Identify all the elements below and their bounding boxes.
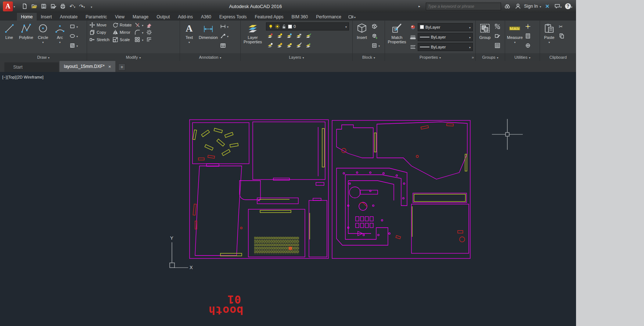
communication-center-button[interactable] bbox=[554, 2, 562, 11]
tab-featured-apps[interactable]: Featured Apps bbox=[251, 13, 288, 21]
cut-button[interactable]: ✂ bbox=[559, 23, 565, 30]
save-button[interactable] bbox=[39, 2, 48, 11]
linetype-icon[interactable] bbox=[410, 44, 416, 50]
offset-button[interactable] bbox=[146, 37, 152, 43]
layer-off-icon[interactable] bbox=[267, 33, 273, 39]
circle-flyout-arrow[interactable] bbox=[42, 40, 44, 44]
panel-label-annotation[interactable]: Annotation bbox=[180, 53, 240, 61]
fillet-button[interactable] bbox=[134, 29, 143, 35]
help-button[interactable]: ? bbox=[564, 2, 573, 11]
line-button[interactable]: Line bbox=[1, 21, 17, 40]
panel-label-groups[interactable]: Groups bbox=[476, 53, 505, 61]
tab-performance[interactable]: Performance bbox=[312, 13, 345, 21]
application-menu-arrow[interactable] bbox=[14, 4, 15, 9]
explode-button[interactable] bbox=[146, 29, 152, 35]
help-arrow[interactable] bbox=[571, 3, 572, 9]
perforation-grid[interactable] bbox=[254, 237, 299, 254]
paste-flyout-arrow[interactable] bbox=[548, 40, 550, 44]
tab-manage[interactable]: Manage bbox=[129, 13, 152, 21]
redo-button[interactable]: ↷ bbox=[78, 2, 86, 11]
lineweight-combo-arrow[interactable] bbox=[469, 35, 471, 39]
panel-label-block[interactable]: Block bbox=[353, 53, 385, 61]
scale-button[interactable]: Scale bbox=[112, 37, 132, 43]
group-button[interactable]: Group bbox=[477, 21, 493, 40]
object-color-sphere-icon[interactable] bbox=[410, 24, 416, 30]
undo-flyout-arrow[interactable] bbox=[74, 3, 75, 9]
cut-sheet-right-highlights[interactable] bbox=[374, 133, 467, 237]
layer-on-bulb-icon[interactable] bbox=[268, 24, 273, 29]
linear-dimension-button[interactable] bbox=[220, 23, 229, 30]
layer-unlock-tool-icon[interactable] bbox=[286, 43, 292, 48]
arc-button[interactable]: Arc bbox=[52, 21, 68, 44]
layer-thaw-icon[interactable] bbox=[277, 43, 283, 48]
lineweight-combobox[interactable]: ByLayer bbox=[418, 33, 473, 41]
panel-label-modify[interactable]: Modify bbox=[87, 53, 180, 61]
layer-previous-icon[interactable] bbox=[305, 43, 311, 48]
id-point-button[interactable] bbox=[525, 23, 531, 30]
panel-label-properties[interactable]: Properties» bbox=[385, 53, 475, 61]
copy-clip-button[interactable] bbox=[559, 32, 565, 40]
quick-calc-button[interactable] bbox=[525, 32, 531, 40]
arc-flyout-arrow[interactable] bbox=[59, 40, 61, 44]
undo-button[interactable]: ↶ bbox=[68, 2, 77, 11]
viewport-visual-style-control[interactable]: [2D Wireframe] bbox=[16, 75, 43, 79]
rotate-button[interactable]: Rotate bbox=[112, 22, 132, 28]
cut-sheet-right-marks[interactable] bbox=[342, 123, 465, 242]
panel-label-draw[interactable]: Draw bbox=[0, 53, 87, 61]
layer-freeze-icon[interactable] bbox=[286, 33, 292, 39]
dimension-button[interactable]: Dimension bbox=[198, 21, 219, 40]
layer-set-current-icon[interactable] bbox=[305, 33, 311, 39]
search-button[interactable] bbox=[503, 2, 512, 11]
layer-thaw-sun-icon[interactable] bbox=[275, 24, 280, 29]
object-color-combobox[interactable]: ByLayer bbox=[418, 23, 473, 31]
properties-dialog-launcher[interactable]: » bbox=[472, 55, 474, 59]
open-file-button[interactable] bbox=[30, 2, 39, 11]
autocad-logo-icon[interactable]: A bbox=[3, 1, 13, 11]
layer-lock-icon[interactable] bbox=[296, 33, 302, 39]
paste-button[interactable]: Paste bbox=[541, 21, 557, 44]
group-edit-button[interactable] bbox=[494, 32, 500, 40]
tab-home[interactable]: Home bbox=[17, 13, 37, 21]
match-properties-button[interactable]: Match Properties bbox=[386, 21, 408, 44]
tab-view[interactable]: View bbox=[111, 13, 129, 21]
panel-label-utilities[interactable]: Utilities bbox=[505, 53, 540, 61]
new-tab-button[interactable]: + bbox=[118, 64, 125, 70]
move-button[interactable]: Move bbox=[89, 22, 109, 28]
layer-isolate-icon[interactable] bbox=[277, 33, 283, 39]
insert-button[interactable]: Insert bbox=[354, 21, 370, 40]
erase-button[interactable] bbox=[146, 22, 152, 28]
tab-a360[interactable]: A360 bbox=[197, 13, 215, 21]
copy-button[interactable]: Copy bbox=[89, 29, 109, 35]
tab-express-tools[interactable]: Express Tools bbox=[215, 13, 251, 21]
layer-unlock-icon[interactable] bbox=[281, 24, 287, 29]
tab-annotate[interactable]: Annotate bbox=[56, 13, 82, 21]
stretch-button[interactable]: Stretch bbox=[89, 37, 109, 43]
qat-customize-button[interactable] bbox=[87, 2, 96, 11]
trim-button[interactable] bbox=[134, 22, 143, 28]
text-flyout-arrow[interactable] bbox=[188, 40, 190, 44]
panel-label-clipboard[interactable]: Clipboard bbox=[540, 53, 576, 61]
table-button[interactable] bbox=[220, 42, 229, 49]
drawing-canvas[interactable]: [−] [Top] [2D Wireframe] bbox=[0, 72, 576, 326]
layer-color-swatch[interactable] bbox=[288, 25, 292, 29]
polyline-button[interactable]: Polyline bbox=[18, 21, 34, 40]
tab-parametric[interactable]: Parametric bbox=[82, 13, 111, 21]
viewport-minimize-control[interactable]: [−] bbox=[2, 75, 7, 79]
lineweight-icon[interactable] bbox=[410, 34, 416, 40]
block-attributes-button[interactable] bbox=[371, 42, 380, 49]
layer-properties-button[interactable]: Layer Properties bbox=[242, 21, 264, 44]
tab-bim-360[interactable]: BIM 360 bbox=[288, 13, 312, 21]
new-file-button[interactable] bbox=[20, 2, 29, 11]
viewport-view-control[interactable]: [Top] bbox=[7, 75, 16, 79]
search-flyout-button[interactable]: ▸ bbox=[415, 2, 424, 11]
measure-button[interactable]: Measure bbox=[506, 21, 524, 44]
panel-label-layers[interactable]: Layers bbox=[241, 53, 352, 61]
create-block-button[interactable] bbox=[371, 32, 380, 40]
multileader-button[interactable] bbox=[220, 32, 229, 40]
ellipse-tool-button[interactable] bbox=[69, 32, 78, 40]
layer-combobox[interactable]: 0 bbox=[266, 22, 349, 30]
group-manager-button[interactable] bbox=[494, 42, 500, 49]
layer-combo-arrow[interactable] bbox=[345, 24, 347, 29]
plot-button[interactable] bbox=[58, 2, 67, 11]
save-as-button[interactable] bbox=[49, 2, 58, 11]
